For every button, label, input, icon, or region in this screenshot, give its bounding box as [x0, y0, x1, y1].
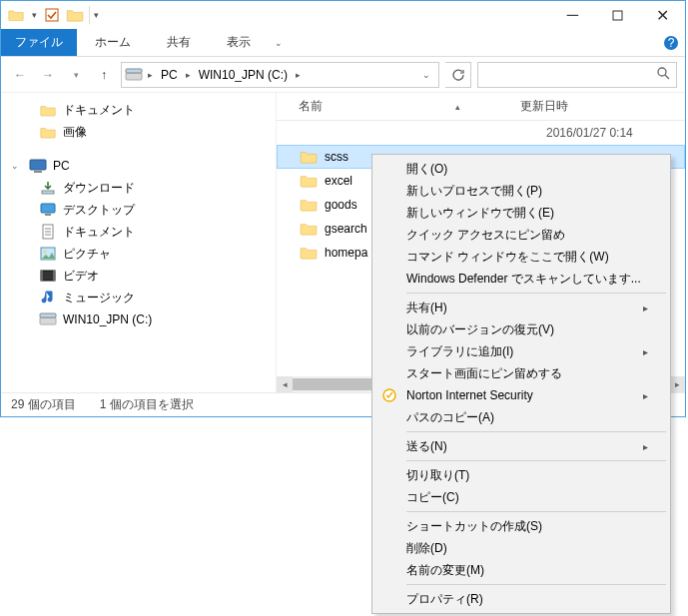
ctx-properties[interactable]: プロパティ(R): [374, 588, 668, 610]
new-folder-icon[interactable]: [65, 6, 85, 24]
svg-rect-11: [41, 204, 55, 213]
tree-images-shortcut[interactable]: 画像: [5, 121, 272, 143]
file-row-blank[interactable]: 2016/01/27 0:14: [277, 121, 685, 145]
forward-button[interactable]: →: [37, 63, 59, 87]
folder-icon: [299, 148, 319, 166]
folder-icon: [299, 172, 319, 190]
ctx-open-command-window[interactable]: コマンド ウィンドウをここで開く(W): [374, 246, 668, 268]
tree-label: ドキュメント: [63, 102, 135, 119]
tree-pictures[interactable]: ピクチャ: [5, 243, 272, 265]
ctx-label: パスのコピー(A): [406, 409, 494, 426]
folder-icon: [299, 196, 319, 214]
window-controls: ─ ✕: [550, 1, 685, 29]
app-icon[interactable]: [7, 6, 25, 24]
tree-label: ピクチャ: [63, 246, 111, 263]
tree-videos[interactable]: ビデオ: [5, 265, 272, 287]
ctx-open-new-process[interactable]: 新しいプロセスで開く(P): [374, 180, 668, 202]
address-bar[interactable]: ▸ PC ▸ WIN10_JPN (C:) ▸ ⌄: [121, 62, 439, 88]
folder-icon: [299, 220, 319, 238]
ctx-label: クイック アクセスにピン留め: [406, 227, 565, 244]
ctx-copy[interactable]: コピー(C): [374, 486, 668, 508]
refresh-button[interactable]: [445, 62, 471, 88]
ctx-label: ライブラリに追加(I): [406, 343, 513, 360]
ctx-label: 新しいプロセスで開く(P): [406, 183, 542, 200]
tree-pc[interactable]: ⌄PC: [5, 155, 272, 177]
search-box[interactable]: [477, 62, 677, 88]
tree-documents-shortcut[interactable]: ドキュメント: [5, 99, 272, 121]
help-button[interactable]: ?: [657, 29, 685, 56]
breadcrumb-drive[interactable]: WIN10_JPN (C:): [195, 66, 292, 84]
ctx-separator: [406, 431, 666, 432]
tree-drive[interactable]: WIN10_JPN (C:): [5, 308, 272, 330]
minimize-button[interactable]: ─: [550, 1, 595, 29]
svg-rect-22: [40, 317, 56, 324]
chevron-right-icon[interactable]: ▸: [146, 70, 155, 80]
tree-label: ダウンロード: [63, 180, 135, 197]
submenu-arrow-icon: ▸: [643, 441, 648, 452]
svg-rect-4: [126, 73, 142, 80]
ctx-create-shortcut[interactable]: ショートカットの作成(S): [374, 515, 668, 537]
close-button[interactable]: ✕: [640, 1, 685, 29]
svg-rect-0: [46, 9, 58, 21]
properties-icon[interactable]: [43, 6, 61, 24]
quick-access-toolbar: ▾ ▾: [1, 4, 105, 26]
ctx-restore-previous[interactable]: 以前のバージョンの復元(V): [374, 318, 668, 340]
tree-documents[interactable]: ドキュメント: [5, 221, 272, 243]
navigation-bar: ← → ▾ ↑ ▸ PC ▸ WIN10_JPN (C:) ▸ ⌄: [1, 57, 685, 93]
chevron-right-icon[interactable]: ▸: [294, 70, 303, 80]
maximize-button[interactable]: [595, 1, 640, 29]
ctx-separator: [406, 511, 666, 512]
svg-rect-20: [41, 271, 43, 281]
ctx-copy-path[interactable]: パスのコピー(A): [374, 406, 668, 428]
svg-rect-1: [613, 11, 622, 20]
norton-icon: [380, 386, 398, 404]
ctx-add-library[interactable]: ライブラリに追加(I)▸: [374, 340, 668, 362]
ctx-cut[interactable]: 切り取り(T): [374, 464, 668, 486]
tree-desktop[interactable]: デスクトップ: [5, 199, 272, 221]
ribbon-expand-button[interactable]: ⌄: [269, 29, 289, 56]
ctx-share[interactable]: 共有(H)▸: [374, 297, 668, 318]
view-tab[interactable]: 表示: [209, 29, 269, 56]
file-tab[interactable]: ファイル: [1, 29, 77, 56]
ctx-open-new-window[interactable]: 新しいウィンドウで開く(E): [374, 202, 668, 224]
share-tab[interactable]: 共有: [149, 29, 209, 56]
ctx-open[interactable]: 開く(O): [374, 158, 668, 180]
app-icon-dropdown[interactable]: ▾: [29, 6, 39, 24]
home-tab[interactable]: ホーム: [77, 29, 149, 56]
column-name[interactable]: 名前▴: [299, 98, 520, 115]
chevron-right-icon[interactable]: ▸: [184, 70, 193, 80]
tree-downloads[interactable]: ダウンロード: [5, 177, 272, 199]
scroll-left-button[interactable]: ◂: [277, 376, 293, 392]
tree-label: WIN10_JPN (C:): [63, 312, 152, 326]
expand-icon[interactable]: ⌄: [11, 161, 23, 171]
downloads-icon: [39, 179, 57, 197]
folder-icon: [299, 244, 319, 262]
ctx-pin-start[interactable]: スタート画面にピン留めする: [374, 362, 668, 384]
svg-rect-21: [53, 271, 55, 281]
drive-icon: [124, 65, 144, 85]
back-button[interactable]: ←: [9, 63, 31, 87]
tree-label: ドキュメント: [63, 224, 135, 241]
breadcrumb-pc[interactable]: PC: [157, 66, 182, 84]
drive-icon: [39, 310, 57, 328]
submenu-arrow-icon: ▸: [643, 346, 648, 357]
ctx-pin-quick-access[interactable]: クイック アクセスにピン留め: [374, 224, 668, 246]
ctx-label: 切り取り(T): [406, 467, 469, 484]
up-button[interactable]: ↑: [93, 63, 115, 87]
ctx-label: コマンド ウィンドウをここで開く(W): [406, 249, 609, 266]
ctx-delete[interactable]: 削除(D): [374, 537, 668, 559]
search-icon: [656, 66, 670, 83]
videos-icon: [39, 267, 57, 285]
ctx-norton[interactable]: Norton Internet Security▸: [374, 384, 668, 406]
titlebar: ▾ ▾ ─ ✕: [1, 1, 685, 29]
qat-dropdown[interactable]: ▾: [89, 6, 99, 24]
scroll-right-button[interactable]: ▸: [669, 376, 685, 392]
svg-rect-23: [40, 313, 56, 317]
ctx-send-to[interactable]: 送る(N)▸: [374, 435, 668, 457]
ctx-rename[interactable]: 名前の変更(M): [374, 559, 668, 581]
address-dropdown[interactable]: ⌄: [416, 70, 436, 80]
tree-music[interactable]: ミュージック: [5, 287, 272, 308]
recent-dropdown[interactable]: ▾: [65, 63, 87, 87]
ctx-defender-scan[interactable]: Windows Defender でスキャンしています...: [374, 268, 668, 290]
column-date[interactable]: 更新日時: [520, 98, 685, 115]
